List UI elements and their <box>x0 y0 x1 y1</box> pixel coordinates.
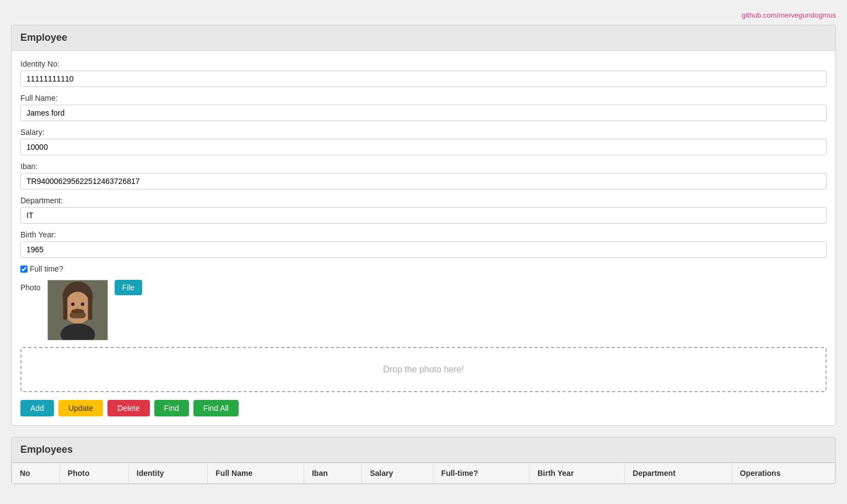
col-no: No <box>12 463 60 484</box>
identity-no-group: Identity No: <box>20 59 827 87</box>
delete-button[interactable]: Delete <box>107 400 149 416</box>
identity-no-label: Identity No: <box>20 59 827 68</box>
add-button[interactable]: Add <box>20 400 54 416</box>
iban-group: Iban: <box>20 162 827 189</box>
department-group: Department: <box>20 196 827 224</box>
update-button[interactable]: Update <box>58 400 103 416</box>
find-button[interactable]: Find <box>154 400 189 416</box>
employees-panel: Employees No Photo Identity Full Name Ib… <box>11 437 836 484</box>
col-identity: Identity <box>128 463 207 484</box>
salary-label: Salary: <box>20 128 827 137</box>
identity-no-input[interactable] <box>20 71 827 87</box>
iban-label: Iban: <box>20 162 827 171</box>
table-header-row: No Photo Identity Full Name Iban Salary … <box>12 463 835 484</box>
employees-table-body: No Photo Identity Full Name Iban Salary … <box>12 463 835 484</box>
birth-year-input[interactable] <box>20 241 827 258</box>
photo-label: Photo <box>20 283 41 292</box>
employee-panel: Employee Identity No: Full Name: Salary:… <box>11 25 836 426</box>
employees-panel-title: Employees <box>12 437 835 463</box>
birth-year-group: Birth Year: <box>20 230 827 258</box>
col-full-time: Full-time? <box>433 463 530 484</box>
photo-preview <box>47 280 108 340</box>
col-salary: Salary <box>362 463 433 484</box>
action-buttons: Add Update Delete Find Find All <box>20 400 827 416</box>
svg-point-11 <box>71 309 84 313</box>
col-photo: Photo <box>60 463 128 484</box>
department-label: Department: <box>20 196 827 205</box>
svg-rect-4 <box>63 295 67 319</box>
drop-zone-text: Drop the photo here! <box>383 365 464 374</box>
svg-point-8 <box>80 302 84 306</box>
svg-rect-5 <box>88 295 92 319</box>
photo-section: Photo <box>20 280 827 340</box>
department-input[interactable] <box>20 207 827 224</box>
full-time-checkbox[interactable] <box>20 265 28 273</box>
col-full-name: Full Name <box>208 463 304 484</box>
birth-year-label: Birth Year: <box>20 230 827 239</box>
salary-group: Salary: <box>20 128 827 155</box>
employee-form-body: Identity No: Full Name: Salary: Iban: De… <box>12 51 835 425</box>
col-birth-year: Birth Year <box>530 463 625 484</box>
full-time-label: Full time? <box>30 264 63 273</box>
col-operations: Operations <box>732 463 835 484</box>
full-name-label: Full Name: <box>20 94 827 102</box>
person-photo-svg <box>48 280 107 340</box>
salary-input[interactable] <box>20 139 827 155</box>
full-name-group: Full Name: <box>20 94 827 121</box>
drop-zone[interactable]: Drop the photo here! <box>20 347 827 392</box>
full-name-input[interactable] <box>20 105 827 121</box>
find-all-button[interactable]: Find All <box>193 400 239 416</box>
col-iban: Iban <box>304 463 362 484</box>
svg-point-7 <box>71 302 74 306</box>
employee-panel-title: Employee <box>12 25 835 51</box>
col-department: Department <box>625 463 732 484</box>
full-time-group: Full time? <box>20 264 827 273</box>
employees-table: No Photo Identity Full Name Iban Salary … <box>12 463 835 484</box>
file-button[interactable]: File <box>115 280 143 295</box>
iban-input[interactable] <box>20 173 827 189</box>
github-link[interactable]: github.com/mervegundogmus <box>11 11 836 19</box>
